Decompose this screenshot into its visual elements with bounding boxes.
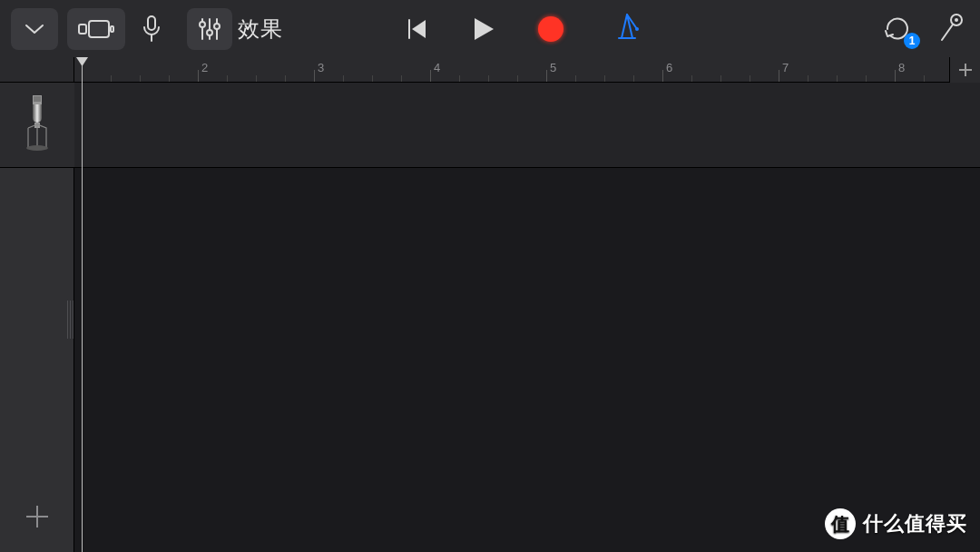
rewind-button[interactable] xyxy=(403,8,432,50)
microphone-icon xyxy=(23,94,52,157)
record-button[interactable] xyxy=(535,8,566,50)
add-track-button[interactable] xyxy=(0,481,74,552)
svg-point-18 xyxy=(955,18,958,22)
track-header-column xyxy=(0,57,74,552)
bar-label: 4 xyxy=(434,61,440,74)
svg-marker-13 xyxy=(475,18,494,40)
svg-point-6 xyxy=(200,22,205,27)
loop-browser-button[interactable]: 1 xyxy=(882,11,916,45)
watermark-text: 什么值得买 xyxy=(863,510,967,537)
track-lane-1[interactable] xyxy=(74,83,980,168)
svg-point-26 xyxy=(26,145,48,151)
svg-rect-3 xyxy=(148,16,155,30)
bar-label: 8 xyxy=(898,61,905,74)
svg-point-16 xyxy=(635,27,639,31)
view-menu-button[interactable] xyxy=(11,8,58,50)
bar-label: 2 xyxy=(201,61,208,74)
play-button[interactable] xyxy=(468,8,499,50)
microphone-button[interactable] xyxy=(129,8,174,50)
track-view-button[interactable] xyxy=(67,8,125,50)
settings-button[interactable] xyxy=(936,11,965,47)
bar-label: 3 xyxy=(318,61,324,74)
arrangement-empty-area[interactable] xyxy=(74,168,980,552)
fx-label: 效果 xyxy=(238,15,283,44)
fx-button[interactable]: 效果 xyxy=(232,15,283,44)
bar-label: 7 xyxy=(782,61,789,74)
timeline-ruler[interactable]: 2345678 xyxy=(74,57,980,83)
svg-rect-2 xyxy=(111,26,113,32)
svg-marker-12 xyxy=(412,20,426,38)
svg-rect-1 xyxy=(89,21,109,37)
svg-point-8 xyxy=(207,30,212,35)
metronome-button[interactable] xyxy=(613,11,641,47)
record-icon xyxy=(538,16,564,42)
bar-label: 5 xyxy=(550,61,556,74)
add-bar-button[interactable] xyxy=(949,57,980,83)
mixer-button[interactable] xyxy=(187,8,232,50)
watermark: 值 什么值得买 xyxy=(825,508,967,539)
track-height-handle[interactable] xyxy=(66,301,74,339)
loop-badge: 1 xyxy=(904,33,920,49)
track-header-1[interactable] xyxy=(0,83,74,168)
bar-label: 6 xyxy=(666,61,672,74)
playhead[interactable] xyxy=(82,57,83,552)
toolbar: 效果 1 xyxy=(0,0,980,57)
svg-point-10 xyxy=(214,24,220,29)
svg-rect-0 xyxy=(79,25,86,34)
svg-line-19 xyxy=(942,25,953,40)
watermark-badge: 值 xyxy=(825,508,856,539)
